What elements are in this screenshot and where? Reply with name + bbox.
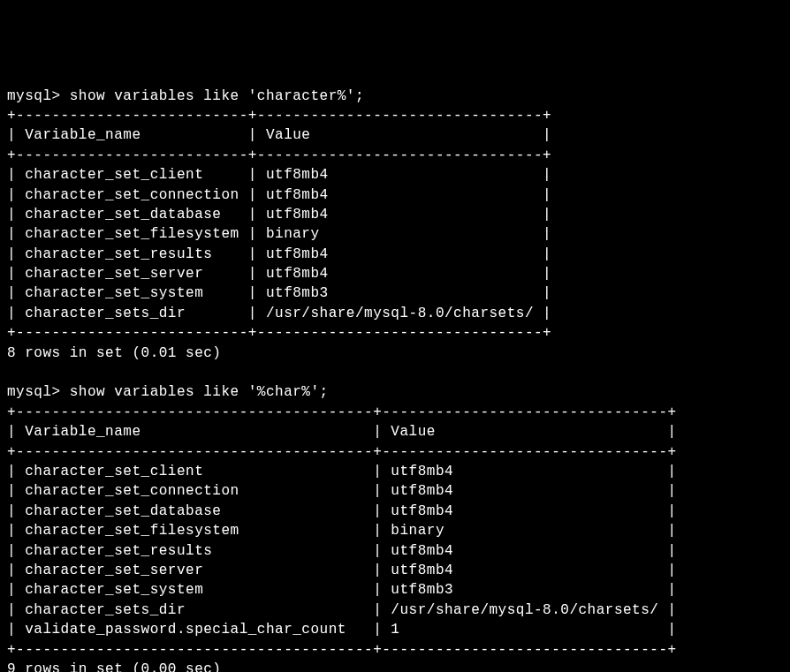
table1-header-row: | Variable_name | Value | — [7, 127, 551, 143]
query2-line: mysql> show variables like '%char%'; — [7, 384, 329, 400]
table2-top-border: +---------------------------------------… — [7, 404, 677, 420]
terminal-output: mysql> show variables like 'character%';… — [7, 87, 783, 672]
table1-top-border: +--------------------------+------------… — [7, 108, 551, 124]
mysql-prompt: mysql> — [7, 384, 70, 400]
query1-footer: 8 rows in set (0.01 sec) — [7, 345, 221, 361]
table1-mid-border: +--------------------------+------------… — [7, 147, 551, 163]
table2-header-row: | Variable_name | Value | — [7, 424, 677, 440]
table1-bottom-border: +--------------------------+------------… — [7, 325, 551, 341]
sql-command: show variables like '%char%'; — [70, 384, 329, 400]
table2-bottom-border: +---------------------------------------… — [7, 642, 677, 658]
table2-body: | character_set_client | utf8mb4 | | cha… — [7, 464, 677, 638]
table2-mid-border: +---------------------------------------… — [7, 444, 677, 460]
query1-line: mysql> show variables like 'character%'; — [7, 88, 364, 104]
query2-footer: 9 rows in set (0.00 sec) — [7, 661, 221, 672]
table1-body: | character_set_client | utf8mb4 | | cha… — [7, 167, 551, 321]
mysql-prompt: mysql> — [7, 88, 70, 104]
sql-command: show variables like 'character%'; — [70, 88, 364, 104]
